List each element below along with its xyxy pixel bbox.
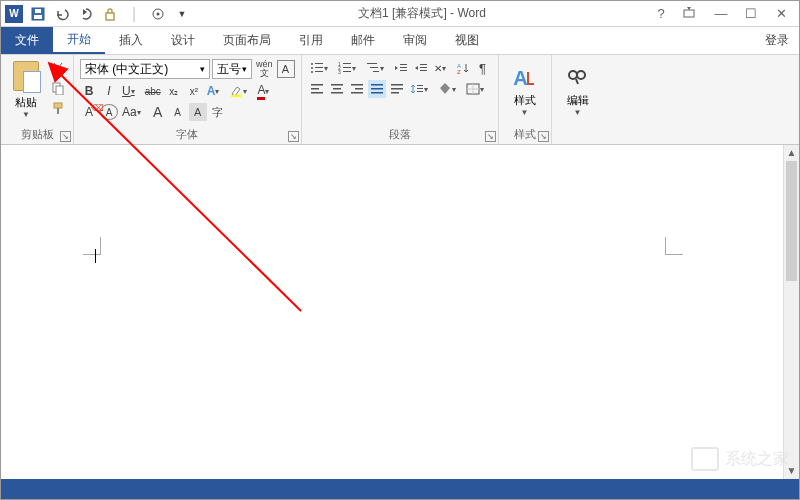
group-label-paragraph: 段落: [308, 125, 492, 142]
tab-view[interactable]: 视图: [441, 27, 493, 54]
bold-button[interactable]: B: [80, 82, 98, 100]
align-center-button[interactable]: [328, 80, 346, 98]
styles-dropdown-icon[interactable]: ▼: [521, 108, 529, 117]
svg-rect-13: [231, 95, 241, 97]
styles-launcher-icon[interactable]: ↘: [538, 131, 549, 142]
highlight-button[interactable]: ▾: [227, 82, 253, 100]
asian-layout-button[interactable]: ✕▾: [432, 59, 452, 77]
tab-insert[interactable]: 插入: [105, 27, 157, 54]
window-controls: ? — ☐ ✕: [653, 6, 789, 21]
paragraph-launcher-icon[interactable]: ↘: [485, 131, 496, 142]
svg-rect-12: [57, 108, 59, 114]
tab-mailings[interactable]: 邮件: [337, 27, 389, 54]
increase-indent-button[interactable]: [412, 59, 430, 77]
window-title: 文档1 [兼容模式] - Word: [191, 5, 653, 22]
shading-button[interactable]: ▾: [436, 80, 462, 98]
paste-button[interactable]: 粘贴 ▼: [7, 59, 45, 125]
scroll-down-icon[interactable]: ▼: [784, 463, 799, 479]
sort-button[interactable]: AZ: [454, 59, 472, 77]
svg-rect-43: [351, 84, 363, 86]
cut-button[interactable]: [49, 59, 67, 77]
svg-rect-32: [420, 64, 427, 65]
character-border-button[interactable]: A: [277, 60, 295, 78]
tab-layout[interactable]: 页面布局: [209, 27, 285, 54]
svg-rect-51: [391, 92, 399, 94]
phonetic-guide-button[interactable]: wén文: [254, 60, 275, 78]
touch-mode-icon[interactable]: [149, 5, 167, 23]
styles-button[interactable]: A 样式 ▼: [505, 59, 545, 125]
clear-formatting-button[interactable]: A⌫: [80, 103, 98, 121]
underline-button[interactable]: U▾: [120, 82, 141, 100]
group-paragraph: ▾ 123▾ ▾ ✕▾ AZ ¶ ▾ ▾ ▾: [302, 55, 499, 144]
vertical-scrollbar[interactable]: ▲ ▼: [783, 145, 799, 479]
font-name-select[interactable]: 宋体 (中文正文)▾: [80, 59, 210, 79]
close-icon[interactable]: ✕: [773, 6, 789, 21]
grow-font-button[interactable]: A: [149, 103, 167, 121]
align-right-button[interactable]: [348, 80, 366, 98]
shrink-font-button[interactable]: A: [169, 103, 187, 121]
circle-number-button[interactable]: 字: [209, 103, 227, 121]
svg-rect-19: [315, 71, 323, 72]
tab-home[interactable]: 开始: [53, 27, 105, 54]
redo-icon[interactable]: [77, 5, 95, 23]
save-icon[interactable]: [29, 5, 47, 23]
multilevel-list-button[interactable]: ▾: [364, 59, 390, 77]
decrease-indent-button[interactable]: [392, 59, 410, 77]
ribbon-display-icon[interactable]: [683, 6, 699, 21]
lock-icon[interactable]: [101, 5, 119, 23]
svg-point-18: [311, 71, 313, 73]
svg-point-58: [569, 71, 577, 79]
group-label-font: 字体: [80, 125, 295, 142]
bullets-button[interactable]: ▾: [308, 59, 334, 77]
sign-in-link[interactable]: 登录: [755, 27, 799, 54]
justify-button[interactable]: [368, 80, 386, 98]
document-canvas[interactable]: [1, 145, 783, 479]
editing-dropdown-icon[interactable]: ▼: [574, 108, 582, 117]
tab-references[interactable]: 引用: [285, 27, 337, 54]
scroll-up-icon[interactable]: ▲: [784, 145, 799, 161]
qat-customize-icon[interactable]: ▼: [173, 5, 191, 23]
svg-point-16: [311, 67, 313, 69]
character-shading-button[interactable]: A: [189, 103, 207, 121]
change-case-button[interactable]: Aa▾: [120, 103, 147, 121]
show-hide-button[interactable]: ¶: [474, 59, 492, 77]
scroll-thumb[interactable]: [786, 161, 797, 281]
tab-design[interactable]: 设计: [157, 27, 209, 54]
tab-file[interactable]: 文件: [1, 27, 53, 54]
paste-icon: [11, 59, 41, 93]
italic-button[interactable]: I: [100, 82, 118, 100]
font-name-value: 宋体 (中文正文): [85, 61, 168, 78]
subscript-button[interactable]: x₂: [165, 82, 183, 100]
minimize-icon[interactable]: —: [713, 6, 729, 21]
line-spacing-button[interactable]: ▾: [408, 80, 434, 98]
font-size-select[interactable]: 五号▾: [212, 59, 252, 79]
font-launcher-icon[interactable]: ↘: [288, 131, 299, 142]
word-app-icon: W: [5, 5, 23, 23]
superscript-button[interactable]: x²: [185, 82, 203, 100]
font-color-button[interactable]: A▾: [255, 82, 275, 100]
svg-rect-29: [400, 64, 407, 65]
font-size-value: 五号: [217, 61, 241, 78]
copy-button[interactable]: [49, 79, 67, 97]
borders-button[interactable]: ▾: [464, 80, 490, 98]
svg-rect-31: [400, 70, 407, 71]
svg-rect-1: [34, 15, 42, 19]
format-painter-button[interactable]: [49, 99, 67, 117]
help-icon[interactable]: ?: [653, 6, 669, 21]
styles-label: 样式: [514, 93, 536, 108]
paste-dropdown-icon[interactable]: ▼: [22, 110, 30, 119]
svg-text:Z: Z: [457, 69, 461, 74]
numbering-button[interactable]: 123▾: [336, 59, 362, 77]
margin-corner-tr-icon: [665, 237, 683, 255]
align-left-button[interactable]: [308, 80, 326, 98]
text-effects-button[interactable]: A▾: [205, 82, 226, 100]
distributed-button[interactable]: [388, 80, 406, 98]
strikethrough-button[interactable]: abc: [143, 82, 163, 100]
editing-button[interactable]: 编辑 ▼: [558, 59, 598, 128]
svg-rect-21: [343, 63, 351, 64]
tab-review[interactable]: 审阅: [389, 27, 441, 54]
maximize-icon[interactable]: ☐: [743, 6, 759, 21]
undo-icon[interactable]: [53, 5, 71, 23]
clipboard-launcher-icon[interactable]: ↘: [60, 131, 71, 142]
svg-rect-30: [400, 67, 407, 68]
